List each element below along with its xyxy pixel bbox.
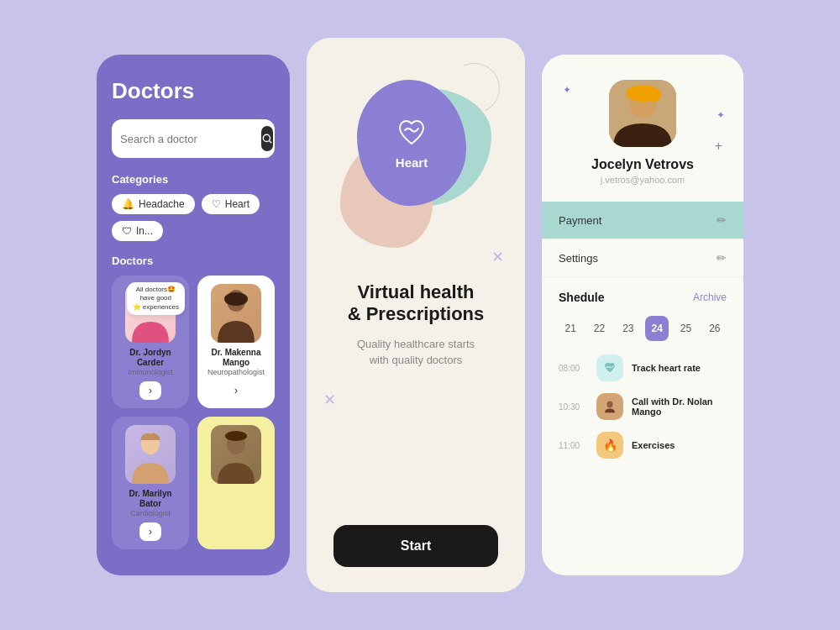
deco-star-2: ✦ — [717, 109, 725, 121]
sched-time-1: 08:00 — [559, 364, 588, 373]
deco-star-1: ✦ — [563, 84, 571, 96]
sched-icon-1 — [596, 354, 623, 381]
profile-card: ✦ ✦ + Jocelyn Vetrovs j.vetros@yahoo.com… — [542, 55, 743, 575]
svg-line-1 — [270, 141, 272, 144]
doctor-card-2: Dr. Makenna Mango Neuropathologist › — [197, 276, 275, 408]
doctor-avatar-3 — [125, 425, 176, 484]
svg-point-4 — [224, 292, 248, 306]
doctor-avatar-2 — [211, 284, 261, 343]
payment-icon: ✏ — [717, 213, 727, 227]
schedule-header: Shedule Archive — [559, 291, 727, 304]
doctor-card-4 — [197, 417, 275, 549]
doctor-card-3: Dr. Marilyn Bator Cardiologist › — [112, 417, 189, 549]
categories-label: Categories — [112, 173, 275, 186]
note-bubble: All doctors🤩have good⭐ experiences — [127, 282, 185, 315]
deco-x-2: ✕ — [323, 391, 336, 409]
doctor-arrow-3[interactable]: › — [139, 522, 161, 541]
schedule-item-2: 10:30 Call with Dr. Nolan Mango — [559, 393, 727, 420]
doctor-name-1: Dr. Jordyn Carder — [120, 348, 181, 368]
date-row: 21 22 23 24 25 26 — [559, 316, 727, 341]
heart-visual: Heart — [332, 71, 500, 256]
svg-point-7 — [225, 431, 247, 441]
date-26[interactable]: 26 — [703, 316, 727, 341]
doctor-spec-3: Cardiologist — [130, 509, 171, 517]
schedule-title: Shedule — [559, 291, 604, 304]
svg-point-0 — [263, 134, 270, 141]
sched-icon-3: 🔥 — [596, 432, 623, 459]
profile-avatar — [609, 80, 676, 147]
archive-link[interactable]: Archive — [693, 291, 727, 303]
virtual-health-title-text: Virtual health& Prescriptions — [348, 281, 485, 324]
doctors-grid: All doctors🤩have good⭐ experiences Dr. J… — [112, 276, 275, 549]
settings-icon: ✏ — [717, 251, 727, 265]
sched-label-3: Exercises — [632, 440, 675, 450]
profile-name: Jocelyn Vetrovs — [591, 157, 694, 172]
category-other-label: In... — [136, 225, 153, 237]
menu-item-payment[interactable]: Payment ✏ — [542, 202, 743, 239]
date-22[interactable]: 22 — [587, 316, 611, 341]
heart-icon: ♡ — [212, 198, 221, 210]
sched-time-2: 10:30 — [559, 402, 588, 412]
date-24[interactable]: 24 — [645, 316, 669, 341]
exercise-icon: 🔥 — [603, 438, 617, 452]
categories-list: 🔔 Headache ♡ Heart 🛡 In... — [112, 194, 275, 241]
search-bar[interactable] — [112, 119, 275, 158]
svg-point-12 — [606, 402, 612, 408]
sched-time-3: 11:00 — [559, 441, 588, 450]
profile-email: j.vetros@yahoo.com — [601, 175, 685, 185]
virtual-health-subtitle-text: Quality healthcare startswith quality do… — [357, 338, 475, 367]
doctor-name-3: Dr. Marilyn Bator — [120, 489, 181, 509]
doctor-avatar-4 — [211, 425, 261, 484]
svg-point-11 — [648, 88, 661, 102]
doctor-arrow-2[interactable]: › — [225, 381, 247, 400]
deco-plus-1: + — [715, 139, 722, 154]
settings-label: Settings — [559, 252, 598, 265]
category-other[interactable]: 🛡 In... — [112, 221, 163, 241]
category-heart[interactable]: ♡ Heart — [202, 194, 260, 214]
category-heart-label: Heart — [225, 198, 249, 210]
doctors-label: Doctors — [112, 255, 275, 267]
sched-label-2: Call with Dr. Nolan Mango — [632, 396, 727, 417]
date-21[interactable]: 21 — [559, 316, 582, 341]
category-headache[interactable]: 🔔 Headache — [112, 194, 195, 214]
date-23[interactable]: 23 — [617, 316, 640, 341]
doctor-name-2: Dr. Makenna Mango — [206, 348, 266, 368]
payment-label: Payment — [559, 214, 601, 227]
category-headache-label: Headache — [139, 198, 185, 210]
virtual-health-card: ✕ ✕ Heart Virtual health& Prescriptions … — [307, 38, 525, 592]
profile-section: ✦ ✦ + Jocelyn Vetrovs j.vetros@yahoo.com — [542, 55, 743, 202]
start-button[interactable]: Start — [333, 525, 498, 567]
shield-icon: 🛡 — [122, 225, 132, 237]
doctor-spec-1: Immunologist — [128, 368, 173, 376]
sched-icon-2 — [596, 393, 623, 420]
doctor-card-1: All doctors🤩have good⭐ experiences Dr. J… — [112, 276, 189, 408]
menu-item-settings[interactable]: Settings ✏ — [542, 239, 743, 277]
search-button[interactable] — [261, 126, 273, 151]
sched-label-1: Track heart rate — [632, 363, 701, 373]
schedule-item-1: 08:00 Track heart rate — [559, 354, 727, 381]
virtual-health-title: Virtual health& Prescriptions — [348, 281, 485, 326]
schedule-section: Shedule Archive 21 22 23 24 25 26 08:00 … — [542, 277, 743, 484]
doctors-card: Doctors Categories 🔔 Headache ♡ Heart 🛡 … — [97, 55, 290, 575]
blob-label: Heart — [396, 155, 428, 170]
doctor-spec-2: Neuropathologist — [207, 368, 265, 376]
virtual-health-subtitle: Quality healthcare startswith quality do… — [357, 336, 475, 369]
menu-section: Payment ✏ Settings ✏ — [542, 202, 743, 277]
schedule-item-3: 11:00 🔥 Exercises — [559, 432, 727, 459]
search-input[interactable] — [120, 133, 261, 145]
card1-title: Doctors — [112, 78, 275, 104]
headache-icon: 🔔 — [122, 198, 134, 210]
date-25[interactable]: 25 — [674, 316, 697, 341]
doctor-arrow-1[interactable]: › — [139, 381, 161, 400]
